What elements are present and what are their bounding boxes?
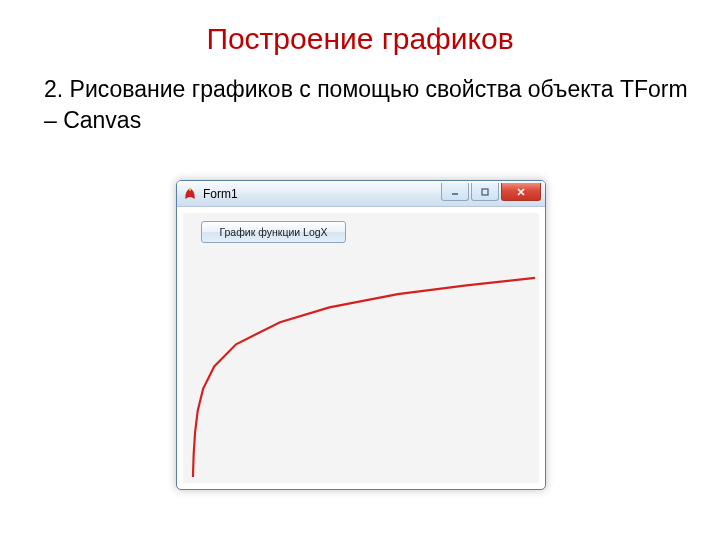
maximize-button[interactable] <box>471 183 499 201</box>
close-button[interactable] <box>501 183 541 201</box>
chart-canvas <box>183 213 539 483</box>
app-window: Form1 График функции LogX <box>176 180 546 490</box>
window-title: Form1 <box>203 187 238 201</box>
svg-point-0 <box>189 188 191 190</box>
log-curve <box>193 278 535 477</box>
app-icon <box>183 187 197 201</box>
titlebar[interactable]: Form1 <box>177 181 545 207</box>
minimize-button[interactable] <box>441 183 469 201</box>
client-area: График функции LogX <box>183 213 539 483</box>
slide-subtitle: 2. Рисование графиков с помощью свойства… <box>0 56 720 136</box>
svg-rect-2 <box>482 189 488 195</box>
slide-title: Построение графиков <box>0 0 720 56</box>
